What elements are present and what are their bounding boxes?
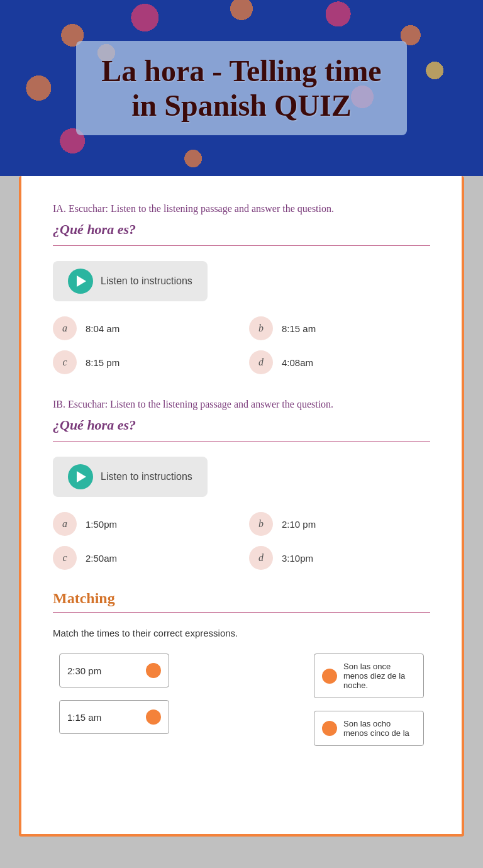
- ib-option-d[interactable]: d 3:10pm: [249, 546, 430, 570]
- ia-value-d: 4:08am: [282, 357, 313, 368]
- match-left-1-dot: [146, 663, 161, 678]
- ib-options-grid: a 1:50pm b 2:10 pm c 2:50am d 3:10pm: [53, 512, 430, 570]
- match-right-2-dot: [322, 721, 337, 736]
- ib-play-circle: [68, 464, 93, 489]
- title-box: La hora - Telling time in Spanish QUIZ: [76, 41, 406, 135]
- ib-badge-c: c: [53, 546, 77, 570]
- matching-title: Matching: [53, 590, 430, 607]
- ia-listen-button[interactable]: Listen to instructions: [53, 261, 208, 301]
- match-right-1[interactable]: Son las once menos diez de la noche.: [314, 654, 424, 698]
- match-left-2[interactable]: 1:15 am: [59, 700, 169, 734]
- ia-play-icon: [77, 275, 86, 287]
- ia-value-b: 8:15 am: [282, 323, 316, 334]
- matching-section: Matching Match the times to their correc…: [53, 590, 430, 746]
- ib-badge-d: d: [249, 546, 273, 570]
- ia-play-circle: [68, 269, 93, 294]
- match-left-1[interactable]: 2:30 pm: [59, 654, 169, 687]
- ib-badge-b: b: [249, 512, 273, 536]
- ib-listen-label: Listen to instructions: [101, 471, 192, 482]
- ia-option-b[interactable]: b 8:15 am: [249, 316, 430, 340]
- ib-option-b[interactable]: b 2:10 pm: [249, 512, 430, 536]
- ib-play-icon: [77, 471, 86, 482]
- match-right-2[interactable]: Son las ocho menos cinco de la: [314, 711, 424, 746]
- ib-value-b: 2:10 pm: [282, 519, 316, 530]
- main-card: IA. Escuchar: Listen to the listening pa…: [19, 176, 464, 837]
- ia-value-c: 8:15 pm: [86, 357, 119, 368]
- ia-badge-c: c: [53, 350, 77, 374]
- match-left-2-text: 1:15 am: [67, 712, 101, 723]
- ia-badge-b: b: [249, 316, 273, 340]
- matching-pairs: 2:30 pm 1:15 am Son las once menos diez …: [53, 654, 430, 746]
- match-right-1-dot: [322, 669, 337, 684]
- ib-listen-button[interactable]: Listen to instructions: [53, 457, 208, 497]
- ia-option-d[interactable]: d 4:08am: [249, 350, 430, 374]
- ia-option-a[interactable]: a 8:04 am: [53, 316, 234, 340]
- right-cards: Son las once menos diez de la noche. Son…: [314, 654, 424, 746]
- match-left-2-dot: [146, 709, 161, 725]
- section-ia: IA. Escuchar: Listen to the listening pa…: [53, 201, 430, 374]
- ia-divider: [53, 245, 430, 246]
- match-right-2-text: Son las ocho menos cinco de la: [343, 719, 416, 738]
- ib-instruction: IB. Escuchar: Listen to the listening pa…: [53, 397, 430, 412]
- ib-question: ¿Qué hora es?: [53, 417, 430, 433]
- ia-question: ¿Qué hora es?: [53, 221, 430, 238]
- ia-badge-a: a: [53, 316, 77, 340]
- ib-badge-a: a: [53, 512, 77, 536]
- ib-option-a[interactable]: a 1:50pm: [53, 512, 234, 536]
- section-ib: IB. Escuchar: Listen to the listening pa…: [53, 397, 430, 570]
- ib-value-a: 1:50pm: [86, 519, 117, 530]
- ia-option-c[interactable]: c 8:15 pm: [53, 350, 234, 374]
- header-banner: La hora - Telling time in Spanish QUIZ: [0, 0, 483, 176]
- match-right-1-text: Son las once menos diez de la noche.: [343, 662, 416, 690]
- ib-divider: [53, 441, 430, 442]
- left-cards: 2:30 pm 1:15 am: [59, 654, 169, 746]
- matching-instruction: Match the times to their correct express…: [53, 628, 430, 638]
- ia-instruction: IA. Escuchar: Listen to the listening pa…: [53, 201, 430, 216]
- ia-listen-label: Listen to instructions: [101, 275, 192, 287]
- ib-value-d: 3:10pm: [282, 553, 313, 564]
- matching-divider: [53, 612, 430, 613]
- ia-value-a: 8:04 am: [86, 323, 119, 334]
- ib-value-c: 2:50am: [86, 553, 117, 564]
- ia-options-grid: a 8:04 am b 8:15 am c 8:15 pm d 4:08am: [53, 316, 430, 374]
- ib-option-c[interactable]: c 2:50am: [53, 546, 234, 570]
- ia-badge-d: d: [249, 350, 273, 374]
- match-left-1-text: 2:30 pm: [67, 665, 101, 676]
- page-title: La hora - Telling time in Spanish QUIZ: [101, 53, 381, 123]
